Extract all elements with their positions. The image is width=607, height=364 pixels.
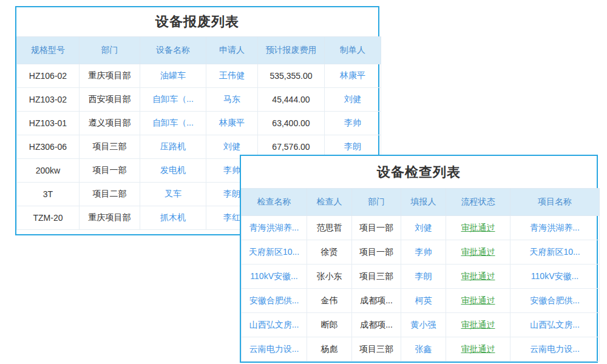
column-header: 规格型号 (17, 37, 80, 64)
text-cell: 金伟 (307, 289, 352, 313)
link-cell[interactable]: 云南电力设... (510, 337, 600, 362)
text-cell: 张小东 (307, 265, 352, 289)
link-cell[interactable]: 山西弘文房... (242, 313, 307, 337)
text-cell: 范思哲 (307, 216, 352, 240)
link-cell[interactable]: 李朗 (401, 265, 446, 289)
link-cell[interactable]: 天府新区10... (242, 240, 307, 265)
link-cell[interactable]: 柯英 (401, 289, 446, 313)
text-cell: 项目三部 (80, 135, 140, 159)
inspection-list-table: 检查名称检查人部门填报人流程状态项目名称青海洪湖养...范思哲项目一部刘健审批通… (241, 188, 600, 362)
column-header: 流程状态 (446, 189, 510, 216)
status-link-cell[interactable]: 审批通过 (446, 265, 510, 289)
text-cell: HZ306-06 (17, 135, 80, 159)
text-cell: 200kw (17, 159, 80, 183)
table-row: HZ103-02西安项目部自卸车（...马东45,444.00刘健 (17, 88, 381, 112)
text-cell: 3T (17, 183, 80, 206)
column-header: 设备名称 (140, 37, 206, 64)
link-cell[interactable]: 刘健 (401, 216, 446, 240)
status-link-cell[interactable]: 审批通过 (446, 289, 510, 313)
link-cell[interactable]: 叉车 (140, 183, 206, 206)
status-link-cell[interactable]: 审批通过 (446, 337, 510, 362)
link-cell[interactable]: 110kV安徽... (510, 265, 600, 289)
text-cell: 项目一部 (352, 216, 401, 240)
status-link-cell[interactable]: 审批通过 (446, 240, 510, 265)
link-cell[interactable]: 安徽合肥供... (510, 289, 600, 313)
column-header: 检查名称 (242, 189, 307, 216)
text-cell: 成都项... (352, 289, 401, 313)
text-cell: 西安项目部 (80, 88, 140, 112)
link-cell[interactable]: 青海洪湖养... (510, 216, 600, 240)
link-cell[interactable]: 天府新区10... (510, 240, 600, 265)
text-cell: 项目三部 (352, 265, 401, 289)
link-cell[interactable]: 压路机 (140, 135, 206, 159)
text-cell: 535,355.00 (258, 64, 325, 88)
link-cell[interactable]: 110kV安徽... (242, 265, 307, 289)
text-cell: HZ103-01 (17, 112, 80, 135)
text-cell: 徐贤 (307, 240, 352, 265)
link-cell[interactable]: 抓木机 (140, 206, 206, 230)
link-cell[interactable]: 青海洪湖养... (242, 216, 307, 240)
status-link-cell[interactable]: 审批通过 (446, 216, 510, 240)
text-cell: 项目三部 (352, 337, 401, 362)
link-cell[interactable]: 林康平 (325, 64, 381, 88)
table-row: 云南电力设...杨彪项目三部张鑫审批通过云南电力设... (242, 337, 600, 362)
text-cell: 断郎 (307, 313, 352, 337)
table-row: 安徽合肥供...金伟成都项...柯英审批通过安徽合肥供... (242, 289, 600, 313)
column-header: 填报人 (401, 189, 446, 216)
text-cell: 重庆项目部 (80, 64, 140, 88)
link-cell[interactable]: 安徽合肥供... (242, 289, 307, 313)
page-canvas: 设备报废列表 规格型号部门设备名称申请人预计报废费用制单人HZ106-02重庆项… (0, 0, 607, 364)
link-cell[interactable]: 山西弘文房... (510, 313, 600, 337)
text-cell: 项目一部 (352, 240, 401, 265)
text-cell: 项目二部 (80, 183, 140, 206)
inspection-list-title: 设备检查列表 (241, 156, 597, 188)
link-cell[interactable]: 王伟健 (206, 64, 258, 88)
link-cell[interactable]: 马东 (206, 88, 258, 112)
text-cell: HZ106-02 (17, 64, 80, 88)
header-row: 规格型号部门设备名称申请人预计报废费用制单人 (17, 37, 381, 64)
text-cell: 遵义项目部 (80, 112, 140, 135)
table-row: 山西弘文房...断郎成都项...黄小强审批通过山西弘文房... (242, 313, 600, 337)
inspection-list-panel: 设备检查列表 检查名称检查人部门填报人流程状态项目名称青海洪湖养...范思哲项目… (240, 155, 598, 363)
scrap-list-title: 设备报废列表 (16, 7, 378, 36)
link-cell[interactable]: 自卸车（... (140, 112, 206, 135)
column-header: 部门 (80, 37, 140, 64)
table-row: HZ106-02重庆项目部油罐车王伟健535,355.00林康平 (17, 64, 381, 88)
column-header: 制单人 (325, 37, 381, 64)
column-header: 申请人 (206, 37, 258, 64)
link-cell[interactable]: 自卸车（... (140, 88, 206, 112)
link-cell[interactable]: 发电机 (140, 159, 206, 183)
text-cell: HZ103-02 (17, 88, 80, 112)
column-header: 项目名称 (510, 189, 600, 216)
table-row: HZ103-01遵义项目部自卸车（...林康平63,400.00李帅 (17, 112, 381, 135)
link-cell[interactable]: 林康平 (206, 112, 258, 135)
text-cell: TZM-20 (17, 206, 80, 230)
link-cell[interactable]: 刘健 (325, 88, 381, 112)
text-cell: 成都项... (352, 313, 401, 337)
text-cell: 63,400.00 (258, 112, 325, 135)
table-row: 天府新区10...徐贤项目一部李帅审批通过天府新区10... (242, 240, 600, 265)
text-cell: 重庆项目部 (80, 206, 140, 230)
text-cell: 45,444.00 (258, 88, 325, 112)
column-header: 预计报废费用 (258, 37, 325, 64)
link-cell[interactable]: 黄小强 (401, 313, 446, 337)
table-row: 110kV安徽...张小东项目三部李朗审批通过110kV安徽... (242, 265, 600, 289)
column-header: 检查人 (307, 189, 352, 216)
text-cell: 项目一部 (80, 159, 140, 183)
link-cell[interactable]: 李帅 (401, 240, 446, 265)
status-link-cell[interactable]: 审批通过 (446, 313, 510, 337)
link-cell[interactable]: 云南电力设... (242, 337, 307, 362)
link-cell[interactable]: 张鑫 (401, 337, 446, 362)
header-row: 检查名称检查人部门填报人流程状态项目名称 (242, 189, 600, 216)
link-cell[interactable]: 油罐车 (140, 64, 206, 88)
column-header: 部门 (352, 189, 401, 216)
table-row: 青海洪湖养...范思哲项目一部刘健审批通过青海洪湖养... (242, 216, 600, 240)
text-cell: 杨彪 (307, 337, 352, 362)
link-cell[interactable]: 李帅 (325, 112, 381, 135)
